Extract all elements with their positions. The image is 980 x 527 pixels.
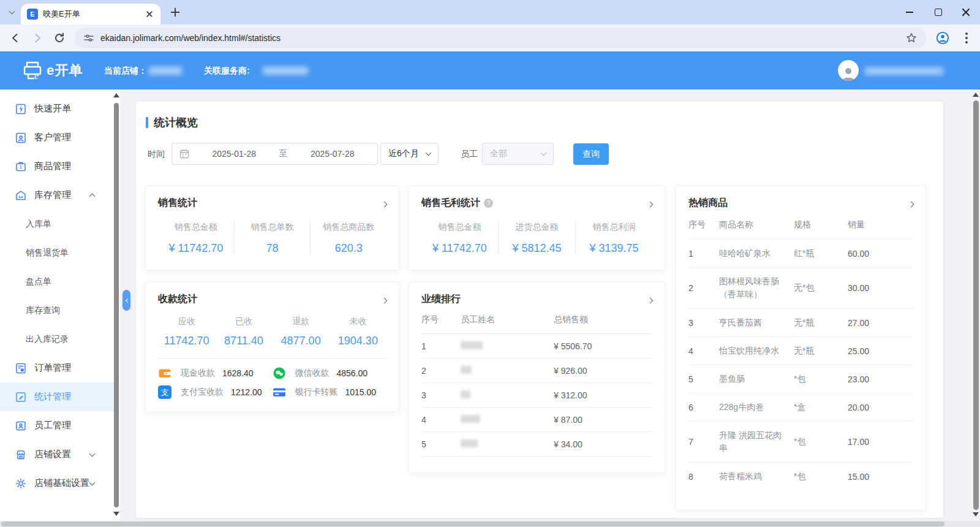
page-vertical-scrollbar[interactable] — [971, 89, 980, 521]
help-icon[interactable]: ? — [484, 199, 493, 208]
new-tab-button[interactable] — [169, 6, 181, 18]
sidebar-item-label: 订单管理 — [34, 362, 71, 374]
vertical-scroll-thumb[interactable] — [973, 100, 979, 510]
chevron-down-icon — [426, 150, 432, 156]
sidebar-scroll-thumb[interactable] — [114, 103, 119, 507]
back-button[interactable] — [9, 31, 22, 45]
reload-button[interactable] — [53, 31, 66, 45]
sidebar-item-label: 盘点单 — [26, 276, 51, 287]
employee-select[interactable]: 全部 — [482, 143, 554, 165]
hot-products-card: 热销商品 序号 商品名称 规格 销量 1 哇哈哈矿泉水 红*瓶 60.00 2 … — [676, 186, 926, 510]
service-provider-value-masked — [263, 67, 308, 75]
site-settings-icon[interactable] — [83, 32, 94, 44]
scroll-up-arrow[interactable] — [113, 93, 119, 97]
service-provider-label: 关联服务商: — [204, 66, 250, 77]
window-minimize-button[interactable] — [895, 0, 924, 25]
statistics-panel: 统计概览 时间 2025-01-28 至 2025-07-28 近6个月 员工 … — [136, 102, 943, 518]
date-preset-value: 近6个月 — [388, 148, 419, 159]
metric-total-profit: 销售总利润 ¥ 3139.75 — [575, 222, 652, 255]
current-shop-value-masked — [149, 67, 182, 75]
sidebar-item-products[interactable]: 商品管理 — [0, 152, 114, 181]
sidebar-item-stock-query[interactable]: 库存查询 — [0, 296, 114, 325]
window-maximize-button[interactable] — [924, 0, 952, 25]
sidebar-item-inbound-orders[interactable]: 入库单 — [0, 210, 114, 238]
forward-button[interactable] — [31, 31, 44, 45]
sidebar-item-customers[interactable]: 客户管理 — [0, 123, 114, 152]
metric-refund: 退款 4877.00 — [273, 316, 330, 347]
product-icon — [15, 161, 27, 173]
metric-total-purchase-amount: 进货总金额 ¥ 5812.45 — [498, 222, 575, 255]
metric-receivable: 应收 11742.70 — [158, 316, 215, 347]
date-start-value[interactable]: 2025-01-28 — [189, 149, 279, 159]
tab-search-button[interactable] — [6, 7, 17, 17]
bankcard-icon — [273, 385, 286, 399]
site-favicon: E — [27, 9, 38, 20]
base-settings-icon — [15, 477, 27, 490]
time-filter-label: 时间 — [148, 149, 165, 160]
hot-product-row: 2 图林根风味香肠（香草味） 无*包 30.00 — [688, 267, 913, 308]
sidebar-item-shop-settings[interactable]: 店铺设置 — [0, 440, 114, 469]
date-end-value[interactable]: 2025-07-28 — [288, 149, 378, 159]
chevron-down-icon — [541, 150, 547, 156]
url-bar[interactable]: ekaidan.jolimark.com/web/index.html#/sta… — [75, 28, 926, 48]
sidebar-item-stock-records[interactable]: 出入库记录 — [0, 325, 114, 354]
back-icon — [9, 32, 21, 44]
bookmark-star-icon[interactable] — [905, 32, 918, 44]
sidebar-item-orders[interactable]: 订单管理 — [0, 354, 114, 382]
window-close-button[interactable] — [952, 0, 980, 25]
date-preset-select[interactable]: 近6个月 — [380, 143, 439, 165]
browser-menu-icon[interactable] — [965, 32, 968, 44]
app-name: e开单 — [47, 61, 83, 80]
sidebar-item-staff[interactable]: 员工管理 — [0, 411, 114, 440]
sidebar-scrollbar[interactable] — [113, 89, 120, 521]
payment-method-bankcard: 银行卡转账 1015.00 — [273, 385, 387, 399]
chevron-right-icon[interactable] — [648, 198, 652, 209]
forward-icon — [31, 32, 43, 44]
sidebar-item-shop-base-settings[interactable]: 店铺基础设置 — [0, 469, 114, 498]
rank-table-row: 3 ¥ 312.00 — [421, 383, 652, 408]
sidebar-item-quick-order[interactable]: 快速开单 — [0, 94, 114, 123]
user-name-masked[interactable] — [865, 67, 943, 75]
chevron-right-icon[interactable] — [909, 198, 913, 209]
browser-tab[interactable]: E 映美E开单 — [21, 4, 160, 25]
profile-button[interactable] — [936, 31, 949, 45]
scroll-up-arrow[interactable] — [973, 93, 979, 97]
employee-filter-label: 员工 — [461, 149, 478, 160]
performance-rank-card: 业绩排行 序号 员工姓名 总销售额 1 ¥ 5506.70 2 ¥ 926.00… — [409, 282, 665, 473]
query-button[interactable]: 查询 — [573, 143, 609, 165]
date-range-input[interactable]: 2025-01-28 至 2025-07-28 — [172, 143, 378, 165]
hot-product-row: 3 亨氏番茄酱 无*瓶 27.00 — [688, 308, 913, 336]
tab-close-icon[interactable] — [145, 9, 154, 19]
rank-table-row: 4 ¥ 87.00 — [421, 408, 652, 432]
scroll-down-arrow[interactable] — [973, 512, 979, 517]
metric-total-sales-amount: 销售总金额 ¥ 11742.70 — [421, 222, 498, 255]
scroll-down-arrow[interactable] — [113, 512, 119, 516]
chevron-right-icon[interactable] — [648, 294, 652, 305]
sidebar-item-inventory[interactable]: 库存管理 — [0, 181, 114, 210]
rank-table-header: 序号 员工姓名 总销售额 — [421, 314, 652, 334]
gross-profit-card: 销售毛利统计 ? 销售总金额 ¥ 11742.70 进货总金额 ¥ 5812.4… — [409, 186, 665, 270]
rank-table-row: 2 ¥ 926.00 — [421, 358, 652, 383]
hot-products-table-header: 序号 商品名称 规格 销量 — [688, 219, 913, 239]
metric-unreceived: 未收 1904.30 — [330, 316, 386, 347]
sidebar-item-statistics[interactable]: 统计管理 — [0, 382, 114, 411]
svg-text:e: e — [34, 70, 39, 81]
sidebar-item-sales-returns[interactable]: 销售退货单 — [0, 238, 114, 267]
payment-method-cash: 现金收款 1628.40 — [158, 366, 273, 380]
metric-total-order-count: 销售总单数 78 — [234, 222, 311, 255]
sidebar-item-stocktaking[interactable]: 盘点单 — [0, 267, 114, 296]
chevron-right-icon[interactable] — [382, 198, 386, 209]
sidebar-item-label: 店铺设置 — [34, 449, 71, 460]
date-to-label: 至 — [279, 148, 288, 159]
cash-icon — [158, 366, 172, 380]
hot-product-row: 5 墨鱼肠 *包 23.00 — [688, 365, 913, 393]
sidebar-item-label: 库存管理 — [34, 189, 71, 201]
wechat-icon — [273, 366, 286, 380]
horizontal-scroll-thumb[interactable] — [1, 521, 944, 526]
page-title: 统计概览 — [146, 115, 198, 130]
user-avatar[interactable] — [838, 60, 859, 81]
page-horizontal-scrollbar[interactable] — [0, 521, 980, 527]
title-accent-bar — [146, 117, 148, 128]
chevron-right-icon[interactable] — [382, 294, 386, 305]
sidebar-collapse-handle[interactable] — [123, 290, 130, 311]
